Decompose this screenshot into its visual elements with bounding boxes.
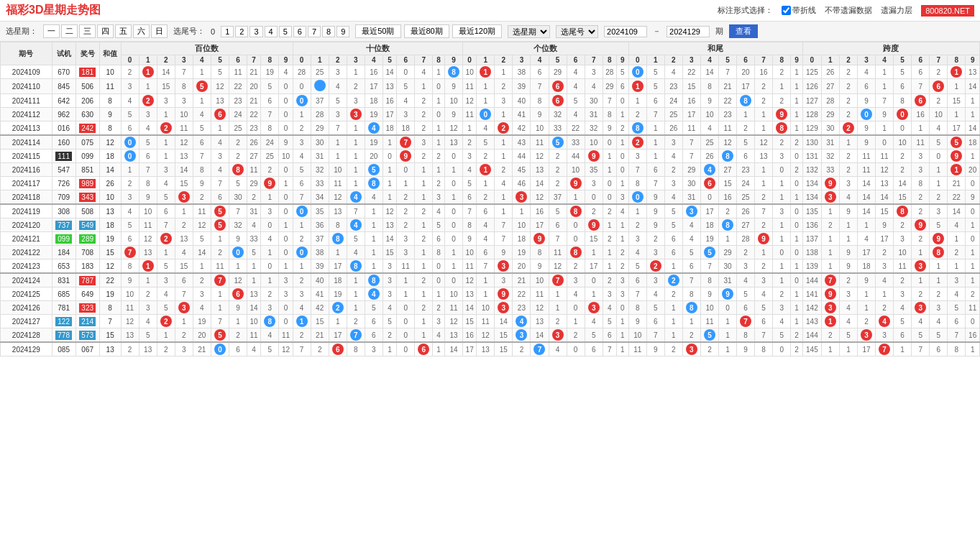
num-cell: 2 [608, 208, 612, 216]
trend-cell: 37 [311, 232, 329, 246]
period-btn[interactable]: 最近50期 [355, 24, 400, 38]
sub-header: 9 [791, 55, 803, 65]
week-btn-五[interactable]: 五 [115, 24, 132, 38]
trend-cell: 2 [773, 94, 791, 108]
num-cell: 4 [200, 111, 204, 119]
num-cell: 4 [574, 83, 578, 91]
circle-red: 3 [350, 109, 362, 120]
num-cell: 2 [520, 346, 524, 354]
num-cell: 29 [250, 180, 258, 188]
num-cell: 31 [316, 152, 324, 160]
circle-blue: 1 [296, 316, 308, 327]
tail-btn-5[interactable]: 5 [279, 26, 292, 37]
period-btn[interactable]: 最近120期 [452, 24, 502, 38]
tail-btn-2[interactable]: 2 [235, 26, 248, 37]
trend-cell: 5 [930, 135, 948, 149]
trend-cell: 7 [157, 218, 175, 232]
trend-cell: 20 [365, 149, 383, 163]
num-cell: 22 [723, 97, 731, 105]
query-button[interactable]: 查看 [729, 24, 758, 38]
tail-btn-4[interactable]: 4 [265, 26, 278, 37]
trend-cell: 19 [700, 232, 718, 246]
trend-cell: 8 [894, 204, 912, 218]
num-cell: 12 [198, 221, 206, 229]
circle-red: 9 [533, 233, 545, 244]
num-cell: 0 [284, 166, 288, 174]
num-cell: 1 [828, 249, 833, 257]
num-cell: 21 [250, 97, 258, 105]
table-row: 2024109 670 181 10 211471511211942825311… [1, 65, 980, 79]
num-cell: 3 [955, 277, 959, 285]
num-cell: 6 [654, 97, 658, 105]
cell-sum: 18 [99, 149, 121, 163]
tail-btn-1[interactable]: 1 [221, 26, 234, 37]
tail-btn-6[interactable]: 6 [293, 26, 306, 37]
num-cell: 7 [918, 346, 922, 354]
num-cell: 3 [636, 152, 640, 160]
trend-cell: 5 [329, 94, 347, 108]
cell-prize: 289 [75, 232, 99, 246]
tail-btn-8[interactable]: 8 [322, 26, 335, 37]
range-to-input[interactable] [667, 26, 710, 37]
range-from-input[interactable] [604, 26, 647, 37]
trend-cell: 0 [773, 163, 791, 177]
trend-cell: 1 [347, 163, 365, 177]
tail-btn-9[interactable]: 9 [336, 26, 349, 37]
sub-header: 5 [894, 55, 912, 65]
num-cell: 5 [556, 208, 560, 216]
period-btn[interactable]: 最近80期 [404, 24, 449, 38]
trend-cell: 4 [857, 65, 875, 79]
trend-cell: 1 [616, 177, 628, 190]
week-btn-二[interactable]: 二 [61, 24, 78, 38]
trend-cell: 0 [791, 149, 803, 163]
trend-cell: 25 [700, 135, 718, 149]
circle-red: 2 [142, 95, 154, 106]
trend-cell: 0 [121, 149, 139, 163]
trend-cell: 38 [311, 246, 329, 259]
num-cell: 1 [608, 166, 612, 174]
week-btn-三[interactable]: 三 [79, 24, 96, 38]
sub-header: 2 [664, 55, 682, 65]
num-cell: 10 [935, 111, 943, 119]
trend-cell: 29 [603, 79, 616, 94]
trend-cell: 34 [311, 190, 329, 205]
num-cell: 2 [882, 249, 887, 257]
tail-btn-7[interactable]: 7 [308, 26, 321, 37]
select-tail[interactable]: 选尾号 [556, 25, 598, 38]
num-cell: 4 [164, 290, 168, 298]
num-cell: 2 [936, 68, 940, 76]
trend-cell: 39 [311, 259, 329, 274]
trend-cell: 26 [737, 204, 755, 218]
trend-cell: 1 [157, 328, 175, 343]
num-cell: 2 [779, 97, 784, 105]
num-cell: 0 [936, 152, 940, 160]
num-cell: 1 [955, 262, 959, 270]
num-cell: 2 [318, 346, 322, 354]
header-right: 标注形式选择： 带折线 不带遗漏数据 遗漏力层 800820.NET [718, 5, 974, 17]
week-btn-六[interactable]: 六 [133, 24, 150, 38]
trend-cell: 1 [930, 273, 948, 287]
trend-cell: 3 [682, 204, 700, 218]
checkbox-line[interactable]: 带折线 [782, 5, 816, 16]
week-btn-一[interactable]: 一 [43, 24, 60, 38]
trend-cell: 31 [247, 204, 261, 218]
select-period[interactable]: 选星期 [508, 25, 550, 38]
trend-cell: 12 [463, 273, 477, 287]
trend-cell: 0 [791, 218, 803, 232]
trend-cell: 2 [737, 246, 755, 259]
num-cell: 4 [421, 68, 426, 76]
week-btn-四[interactable]: 四 [97, 24, 114, 38]
trend-cell: 11 [279, 328, 293, 343]
tail-btn-3[interactable]: 3 [249, 26, 262, 37]
trend-cell: 1 [966, 273, 980, 287]
trend-cell: 5 [700, 246, 718, 259]
trend-cell: 10 [463, 65, 477, 79]
trend-cell: 3 [682, 342, 700, 356]
trend-cell: 14 [175, 163, 193, 177]
circle-red: 1 [142, 260, 154, 272]
trend-cell: 9 [531, 108, 549, 121]
cell-sum: 15 [99, 328, 121, 343]
week-btn-日[interactable]: 日 [151, 24, 168, 38]
num-cell: 5 [636, 262, 640, 270]
num-cell: 2 [794, 139, 799, 147]
